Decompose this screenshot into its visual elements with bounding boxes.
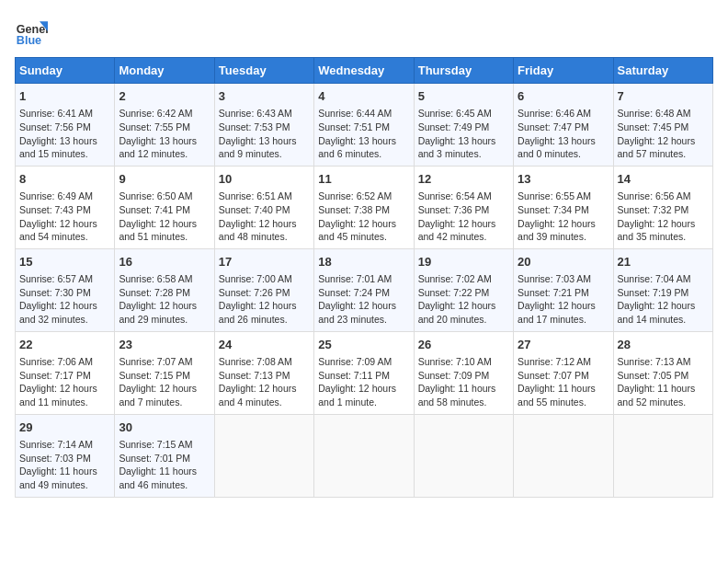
day-info-line: Daylight: 11 hours <box>618 382 709 396</box>
day-number: 19 <box>418 254 509 270</box>
column-header-tuesday: Tuesday <box>214 58 313 84</box>
day-info-line: Daylight: 11 hours <box>518 382 609 396</box>
calendar-week-row: 1Sunrise: 6:41 AMSunset: 7:56 PMDaylight… <box>16 84 713 167</box>
day-info-line: Sunset: 7:53 PM <box>219 121 310 134</box>
day-info-line: Sunrise: 6:58 AM <box>119 272 210 286</box>
day-info-line: Sunset: 7:24 PM <box>318 286 409 300</box>
day-info-line: and 46 minutes. <box>119 478 210 492</box>
day-number: 18 <box>318 254 409 270</box>
day-info-line: Daylight: 11 hours <box>418 382 509 396</box>
day-info-line: Sunrise: 7:09 AM <box>318 355 409 369</box>
day-number: 22 <box>19 337 110 353</box>
day-info-line: and 4 minutes. <box>219 396 310 409</box>
calendar-cell: 11Sunrise: 6:52 AMSunset: 7:38 PMDayligh… <box>314 166 414 248</box>
calendar-week-row: 29Sunrise: 7:14 AMSunset: 7:03 PMDayligh… <box>16 414 713 497</box>
calendar-cell: 5Sunrise: 6:45 AMSunset: 7:49 PMDaylight… <box>414 84 513 167</box>
day-info-line: Sunset: 7:05 PM <box>618 369 709 383</box>
day-info-line: Sunrise: 7:07 AM <box>119 355 210 369</box>
calendar-cell: 3Sunrise: 6:43 AMSunset: 7:53 PMDaylight… <box>214 84 313 167</box>
day-number: 29 <box>19 419 110 436</box>
day-info-line: Daylight: 12 hours <box>318 299 409 313</box>
calendar-week-row: 8Sunrise: 6:49 AMSunset: 7:43 PMDaylight… <box>16 166 713 248</box>
day-number: 28 <box>618 337 709 353</box>
day-info-line: Sunset: 7:56 PM <box>19 121 110 134</box>
calendar-cell: 8Sunrise: 6:49 AMSunset: 7:43 PMDaylight… <box>16 166 115 248</box>
day-info-line: Daylight: 12 hours <box>219 217 310 231</box>
day-info-line: and 11 minutes. <box>19 396 110 409</box>
day-number: 5 <box>418 88 509 105</box>
day-info-line: Sunrise: 6:45 AM <box>418 107 509 121</box>
day-info-line: Sunset: 7:17 PM <box>19 369 110 383</box>
day-info-line: Daylight: 12 hours <box>418 217 509 231</box>
day-info-line: and 26 minutes. <box>219 313 310 327</box>
day-info-line: Sunset: 7:03 PM <box>19 452 110 465</box>
column-header-sunday: Sunday <box>16 58 115 84</box>
day-info-line: Sunrise: 6:43 AM <box>219 107 310 121</box>
calendar-cell: 25Sunrise: 7:09 AMSunset: 7:11 PMDayligh… <box>314 331 414 414</box>
day-info-line: and 9 minutes. <box>219 147 310 161</box>
calendar-cell: 9Sunrise: 6:50 AMSunset: 7:41 PMDaylight… <box>115 166 214 248</box>
calendar-header-row: SundayMondayTuesdayWednesdayThursdayFrid… <box>16 58 713 84</box>
calendar-week-row: 15Sunrise: 6:57 AMSunset: 7:30 PMDayligh… <box>16 248 713 331</box>
day-info-line: and 7 minutes. <box>119 396 210 409</box>
day-info-line: Sunset: 7:13 PM <box>219 369 310 383</box>
day-info-line: Sunrise: 6:52 AM <box>318 190 409 203</box>
day-info-line: Sunrise: 7:02 AM <box>418 272 509 286</box>
day-info-line: Sunrise: 6:49 AM <box>19 190 110 203</box>
day-info-line: Daylight: 13 hours <box>518 134 609 148</box>
day-info-line: Sunrise: 6:41 AM <box>19 107 110 121</box>
day-info-line: and 20 minutes. <box>418 313 509 327</box>
day-info-line: Sunset: 7:30 PM <box>19 286 110 300</box>
calendar-cell: 16Sunrise: 6:58 AMSunset: 7:28 PMDayligh… <box>115 248 214 331</box>
column-header-thursday: Thursday <box>414 58 513 84</box>
calendar-cell: 12Sunrise: 6:54 AMSunset: 7:36 PMDayligh… <box>414 166 513 248</box>
day-info-line: Sunrise: 7:12 AM <box>518 355 609 369</box>
calendar-cell: 2Sunrise: 6:42 AMSunset: 7:55 PMDaylight… <box>115 84 214 167</box>
day-info-line: Sunrise: 7:06 AM <box>19 355 110 369</box>
calendar-cell: 14Sunrise: 6:56 AMSunset: 7:32 PMDayligh… <box>613 166 712 248</box>
day-number: 16 <box>119 254 210 270</box>
calendar-cell: 28Sunrise: 7:13 AMSunset: 7:05 PMDayligh… <box>613 331 712 414</box>
day-info-line: Sunrise: 7:04 AM <box>618 272 709 286</box>
day-info-line: and 48 minutes. <box>219 230 310 244</box>
day-number: 26 <box>418 337 509 353</box>
day-info-line: Sunrise: 6:55 AM <box>518 190 609 203</box>
day-info-line: and 23 minutes. <box>318 313 409 327</box>
calendar-cell: 1Sunrise: 6:41 AMSunset: 7:56 PMDaylight… <box>16 84 115 167</box>
day-info-line: Sunrise: 7:00 AM <box>219 272 310 286</box>
day-info-line: Sunset: 7:49 PM <box>418 121 509 134</box>
day-info-line: Daylight: 12 hours <box>119 217 210 231</box>
day-info-line: Sunrise: 7:15 AM <box>119 438 210 452</box>
day-info-line: Daylight: 12 hours <box>618 217 709 231</box>
day-info-line: Daylight: 12 hours <box>19 299 110 313</box>
day-info-line: Sunset: 7:47 PM <box>518 121 609 134</box>
column-header-monday: Monday <box>115 58 214 84</box>
day-number: 2 <box>119 88 210 105</box>
day-info-line: and 15 minutes. <box>19 147 110 161</box>
day-info-line: and 57 minutes. <box>618 147 709 161</box>
day-info-line: Sunset: 7:07 PM <box>518 369 609 383</box>
day-info-line: and 35 minutes. <box>618 230 709 244</box>
day-number: 25 <box>318 337 409 353</box>
day-info-line: Sunset: 7:22 PM <box>418 286 509 300</box>
day-info-line: Sunset: 7:09 PM <box>418 369 509 383</box>
svg-text:Blue: Blue <box>17 34 41 47</box>
day-number: 11 <box>318 171 409 188</box>
calendar-cell: 19Sunrise: 7:02 AMSunset: 7:22 PMDayligh… <box>414 248 513 331</box>
day-info-line: Daylight: 12 hours <box>618 299 709 313</box>
day-info-line: and 6 minutes. <box>318 147 409 161</box>
calendar-cell: 24Sunrise: 7:08 AMSunset: 7:13 PMDayligh… <box>214 331 313 414</box>
day-info-line: Sunset: 7:28 PM <box>119 286 210 300</box>
day-info-line: Sunrise: 6:57 AM <box>19 272 110 286</box>
day-number: 24 <box>219 337 310 353</box>
day-info-line: Sunset: 7:36 PM <box>418 203 509 217</box>
day-info-line: and 42 minutes. <box>418 230 509 244</box>
day-number: 9 <box>119 171 210 188</box>
calendar-cell: 4Sunrise: 6:44 AMSunset: 7:51 PMDaylight… <box>314 84 414 167</box>
day-number: 14 <box>618 171 709 188</box>
day-number: 20 <box>518 254 609 270</box>
day-info-line: Sunset: 7:40 PM <box>219 203 310 217</box>
day-info-line: Sunset: 7:51 PM <box>318 121 409 134</box>
day-info-line: Sunrise: 6:46 AM <box>518 107 609 121</box>
calendar-cell <box>613 414 712 497</box>
